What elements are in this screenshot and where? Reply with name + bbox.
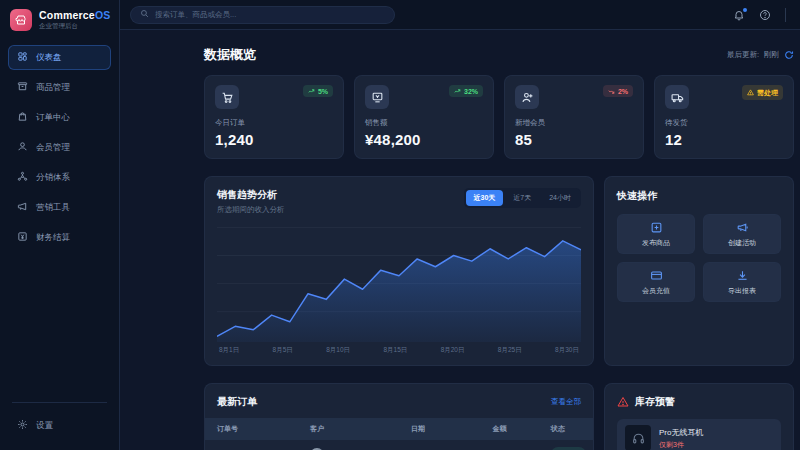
global-search[interactable] (130, 6, 395, 24)
stat-value: 1,240 (215, 131, 333, 148)
finance-icon (17, 231, 28, 244)
topbar-actions (733, 8, 786, 22)
topbar-divider (785, 8, 786, 22)
x-axis-labels: 8月1日 8月5日 8月10日 8月15日 8月20日 8月25日 8月30日 (217, 342, 581, 356)
orders-table-header: 订单号 客户 日期 金额 状态 (205, 418, 593, 440)
download-icon (736, 269, 749, 282)
search-input[interactable] (155, 10, 385, 19)
list-item[interactable]: Pro无线耳机 仅剩3件 (617, 419, 781, 450)
sales-chart (217, 223, 581, 342)
product-thumbnail (625, 425, 651, 450)
notifications-bell-icon[interactable] (733, 9, 745, 21)
trend-badge: 2% (603, 85, 633, 97)
product-name: Pro无线耳机 (659, 427, 703, 438)
sidebar-divider (12, 402, 107, 403)
refresh-icon[interactable] (784, 50, 794, 60)
publish-product-button[interactable]: 发布商品 (617, 214, 695, 254)
stat-cards: 5% 今日订单 1,240 32% 销售额 ¥48,200 (204, 75, 794, 159)
latest-orders-card: 最新订单 查看全部 订单号 客户 日期 金额 状态 (204, 383, 594, 450)
sidebar-item-label: 会员管理 (36, 142, 70, 154)
member-add-icon (515, 85, 539, 109)
sidebar-item-label: 分销体系 (36, 172, 70, 184)
sidebar-item-dashboard[interactable]: 仪表盘 (8, 45, 111, 70)
range-7d-button[interactable]: 近7天 (505, 190, 539, 206)
sidebar-item-label: 设置 (36, 420, 53, 432)
megaphone-icon (736, 221, 749, 234)
brand-subtitle: 企业管理后台 (39, 22, 110, 31)
stat-value: 12 (665, 131, 783, 148)
marketing-icon (17, 201, 28, 214)
sidebar-item-label: 商品管理 (36, 82, 70, 94)
chart-title: 销售趋势分析 (217, 188, 285, 202)
dashboard-icon (17, 51, 28, 64)
members-icon (17, 141, 28, 154)
sales-terminal-icon (365, 85, 389, 109)
sales-trend-card: 销售趋势分析 所选期间的收入分析 近30天 近7天 24小时 (204, 176, 594, 366)
quick-actions-title: 快速操作 (617, 189, 781, 203)
notification-dot (743, 8, 747, 12)
brand-name: CommerceOS (39, 9, 110, 21)
chart-subtitle: 所选期间的收入分析 (217, 205, 285, 215)
last-update: 最后更新: 刚刚 (727, 50, 794, 60)
search-icon (140, 9, 149, 20)
stat-card-pending-shipment[interactable]: 需处理 待发货 12 (654, 75, 794, 159)
cart-icon (215, 85, 239, 109)
orders-icon (17, 111, 28, 124)
range-30d-button[interactable]: 近30天 (466, 190, 504, 206)
truck-icon (665, 85, 689, 109)
view-all-link[interactable]: 查看全部 (551, 397, 581, 407)
app-logo-icon (10, 9, 32, 31)
sidebar-nav: 仪表盘 商品管理 订单中心 会员管理 分销体系 营销工具 (0, 41, 119, 254)
bottom-row: 最新订单 查看全部 订单号 客户 日期 金额 状态 (204, 383, 794, 450)
sales-chart-area (217, 223, 581, 342)
gear-icon (17, 419, 28, 432)
trend-badge: 5% (303, 85, 333, 97)
sidebar-item-finance[interactable]: 财务结算 (8, 225, 111, 250)
orders-title: 最新订单 (217, 395, 257, 409)
trend-badge: 32% (449, 85, 483, 97)
sidebar-item-label: 营销工具 (36, 202, 70, 214)
order-id: #ORD-00921 (205, 440, 298, 450)
stock-warning: 仅剩3件 (659, 440, 703, 450)
stat-label: 今日订单 (215, 118, 333, 128)
export-report-button[interactable]: 导出报表 (703, 262, 781, 302)
range-selector: 近30天 近7天 24小时 (464, 188, 582, 208)
stat-card-sales[interactable]: 32% 销售额 ¥48,200 (354, 75, 494, 159)
sidebar-item-label: 仪表盘 (36, 52, 62, 64)
table-row[interactable]: #ORD-00921 J. Smith 2023-10-24 ¥120.50 (205, 440, 593, 450)
sidebar-item-members[interactable]: 会员管理 (8, 135, 111, 160)
sidebar-item-label: 订单中心 (36, 112, 70, 124)
page-title: 数据概览 (204, 46, 256, 64)
sidebar-item-distribution[interactable]: 分销体系 (8, 165, 111, 190)
stat-label: 新增会员 (515, 118, 633, 128)
inventory-title: 库存预警 (635, 395, 675, 409)
sidebar-bottom: 设置 (0, 402, 119, 450)
middle-row: 销售趋势分析 所选期间的收入分析 近30天 近7天 24小时 (204, 176, 794, 366)
stat-value: ¥48,200 (365, 131, 483, 148)
credit-card-icon (650, 269, 663, 282)
commerceos-app: CommerceOS 企业管理后台 仪表盘 商品管理 订单中心 会员管理 (0, 0, 800, 450)
range-24h-button[interactable]: 24小时 (541, 190, 579, 206)
quick-actions-card: 快速操作 发布商品 创建活动 会员充值 (604, 176, 794, 366)
member-recharge-button[interactable]: 会员充值 (617, 262, 695, 302)
create-campaign-button[interactable]: 创建活动 (703, 214, 781, 254)
order-date: 2023-10-24 (399, 440, 480, 450)
dashboard-content: 数据概览 最后更新: 刚刚 5% 今日订单 1,240 (120, 30, 800, 450)
sidebar-item-settings[interactable]: 设置 (8, 413, 111, 438)
inventory-alert-card: 库存预警 Pro无线耳机 仅剩3件 (604, 383, 794, 450)
order-amount: ¥120.50 (480, 440, 538, 450)
help-icon[interactable] (759, 9, 771, 21)
brand: CommerceOS 企业管理后台 (0, 0, 119, 41)
stat-card-new-members[interactable]: 2% 新增会员 85 (504, 75, 644, 159)
sidebar-item-marketing[interactable]: 营销工具 (8, 195, 111, 220)
stat-value: 85 (515, 131, 633, 148)
sidebar-item-orders[interactable]: 订单中心 (8, 105, 111, 130)
stat-card-today-orders[interactable]: 5% 今日订单 1,240 (204, 75, 344, 159)
distribution-icon (17, 171, 28, 184)
sidebar-item-products[interactable]: 商品管理 (8, 75, 111, 100)
orders-table: 订单号 客户 日期 金额 状态 #ORD-00921 (205, 418, 593, 450)
sidebar: CommerceOS 企业管理后台 仪表盘 商品管理 订单中心 会员管理 (0, 0, 120, 450)
attention-badge: 需处理 (742, 85, 783, 100)
warning-triangle-icon (617, 396, 629, 408)
topbar (120, 0, 800, 30)
